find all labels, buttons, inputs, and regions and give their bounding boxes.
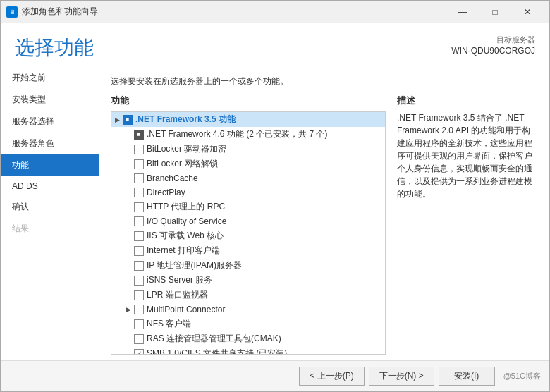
- feature-label: BitLocker 网络解锁: [147, 158, 382, 170]
- feature-item[interactable]: NFS 客户端: [111, 317, 385, 331]
- feature-label: IIS 可承载 Web 核心: [147, 230, 382, 242]
- next-button[interactable]: 下一步(N) >: [369, 367, 434, 386]
- features-list-container[interactable]: ▶■.NET Framework 3.5 功能■.NET Framework 4…: [111, 111, 386, 355]
- feature-label: MultiPoint Connector: [147, 305, 382, 314]
- page-header: 选择功能 目标服务器 WIN-QDU90CORGOJ: [1, 23, 549, 67]
- feature-label: I/O Quality of Service: [147, 216, 382, 226]
- description-text: .NET Framework 3.5 结合了 .NET Framework 2.…: [397, 111, 538, 200]
- footer: < 上一步(P) 下一步(N) > 安装(I) @51C博客: [1, 360, 549, 391]
- feature-checkbox[interactable]: ✓: [134, 349, 144, 355]
- expand-icon[interactable]: [123, 173, 134, 184]
- target-server-name: WIN-QDU90CORGOJ: [451, 45, 535, 57]
- features-column: 功能 ▶■.NET Framework 3.5 功能■.NET Framewor…: [111, 94, 386, 355]
- feature-label: iSNS Server 服务: [147, 274, 382, 286]
- two-column-layout: 功能 ▶■.NET Framework 3.5 功能■.NET Framewor…: [111, 94, 538, 355]
- feature-label: BranchCache: [147, 173, 382, 183]
- expand-icon[interactable]: ▶: [111, 114, 123, 125]
- expand-icon[interactable]: [123, 245, 134, 257]
- feature-checkbox[interactable]: [134, 261, 144, 271]
- sidebar-item-confirm[interactable]: 确认: [1, 196, 99, 218]
- feature-label: HTTP 代理上的 RPC: [147, 201, 382, 213]
- feature-label: Internet 打印客户端: [147, 245, 382, 257]
- feature-item[interactable]: RAS 连接管理器管理工具包(CMAK): [111, 331, 385, 346]
- feature-checkbox[interactable]: [134, 231, 144, 241]
- features-header: 功能: [111, 94, 386, 107]
- feature-checkbox[interactable]: [134, 276, 144, 286]
- install-button[interactable]: 安装(I): [439, 367, 495, 386]
- feature-label: IP 地址管理(IPAM)服务器: [147, 259, 382, 271]
- features-list: ▶■.NET Framework 3.5 功能■.NET Framework 4…: [111, 112, 385, 355]
- feature-checkbox[interactable]: [134, 290, 144, 300]
- feature-label: SMB 1.0/CIFS 文件共享支持 (已安装): [147, 348, 382, 355]
- expand-icon[interactable]: [123, 159, 134, 170]
- feature-label: DirectPlay: [147, 188, 382, 197]
- main-content: 选择功能 目标服务器 WIN-QDU90CORGOJ 开始之前 安装类型 服务器…: [1, 23, 549, 391]
- close-button[interactable]: ✕: [511, 1, 544, 23]
- sidebar-item-features[interactable]: 功能: [1, 154, 99, 176]
- expand-icon[interactable]: [123, 216, 134, 227]
- expand-icon[interactable]: [123, 319, 134, 330]
- target-server-info: 目标服务器 WIN-QDU90CORGOJ: [451, 35, 535, 57]
- minimize-button[interactable]: —: [446, 1, 479, 23]
- feature-label: LPR 端口监视器: [147, 289, 382, 301]
- content-area: 选择要安装在所选服务器上的一个或多个功能。 功能 ▶■.NET Framewor…: [99, 67, 549, 360]
- maximize-button[interactable]: □: [479, 1, 511, 23]
- title-bar: 🖥 添加角色和功能向导 — □ ✕: [1, 1, 549, 23]
- feature-label: NFS 客户端: [147, 318, 382, 330]
- feature-checkbox[interactable]: [134, 159, 144, 169]
- expand-icon[interactable]: [123, 260, 134, 271]
- feature-item[interactable]: DirectPlay: [111, 185, 385, 200]
- title-bar-controls: — □ ✕: [446, 1, 544, 23]
- target-server-label: 目标服务器: [451, 35, 535, 45]
- feature-checkbox[interactable]: [134, 202, 144, 212]
- expand-icon[interactable]: [123, 333, 134, 345]
- feature-item[interactable]: ▶MultiPoint Connector: [111, 302, 385, 317]
- expand-icon[interactable]: [123, 290, 134, 301]
- expand-icon[interactable]: [123, 348, 134, 355]
- expand-icon[interactable]: ▶: [123, 304, 134, 315]
- sidebar-item-server-roles[interactable]: 服务器角色: [1, 133, 99, 154]
- feature-item[interactable]: I/O Quality of Service: [111, 214, 385, 228]
- feature-checkbox[interactable]: ■: [123, 115, 133, 125]
- feature-checkbox[interactable]: [134, 216, 144, 226]
- expand-icon[interactable]: [123, 129, 134, 140]
- feature-label: .NET Framework 4.6 功能 (2 个已安装，共 7 个): [147, 128, 382, 140]
- feature-checkbox[interactable]: [134, 145, 144, 154]
- feature-item[interactable]: ■.NET Framework 4.6 功能 (2 个已安装，共 7 个): [111, 127, 385, 142]
- body-area: 开始之前 安装类型 服务器选择 服务器角色 功能 AD DS 确认 结果 选择要…: [1, 67, 549, 360]
- feature-checkbox[interactable]: [134, 173, 144, 183]
- feature-checkbox[interactable]: [134, 319, 144, 329]
- sidebar-item-adds[interactable]: AD DS: [1, 176, 99, 196]
- expand-icon[interactable]: [123, 144, 134, 155]
- feature-item[interactable]: LPR 端口监视器: [111, 288, 385, 302]
- feature-checkbox[interactable]: [134, 246, 144, 256]
- feature-checkbox[interactable]: [134, 334, 144, 344]
- expand-icon[interactable]: [123, 187, 134, 198]
- title-bar-icon: 🖥: [6, 6, 18, 18]
- feature-label: .NET Framework 3.5 功能: [135, 114, 382, 125]
- sidebar-item-server-select[interactable]: 服务器选择: [1, 111, 99, 133]
- feature-item[interactable]: HTTP 代理上的 RPC: [111, 200, 385, 214]
- feature-item[interactable]: ▶■.NET Framework 3.5 功能: [111, 112, 385, 127]
- expand-icon[interactable]: [123, 202, 134, 213]
- feature-item[interactable]: ✓SMB 1.0/CIFS 文件共享支持 (已安装): [111, 346, 385, 355]
- sidebar-item-results: 结果: [1, 218, 99, 240]
- feature-checkbox[interactable]: [134, 188, 144, 197]
- feature-item[interactable]: BitLocker 网络解锁: [111, 157, 385, 171]
- back-button[interactable]: < 上一步(P): [299, 367, 364, 386]
- feature-item[interactable]: Internet 打印客户端: [111, 243, 385, 258]
- feature-item[interactable]: IIS 可承载 Web 核心: [111, 228, 385, 243]
- sidebar-item-before-start[interactable]: 开始之前: [1, 67, 99, 89]
- feature-item[interactable]: BranchCache: [111, 171, 385, 185]
- sidebar: 开始之前 安装类型 服务器选择 服务器角色 功能 AD DS 确认 结果: [1, 67, 99, 360]
- feature-item[interactable]: iSNS Server 服务: [111, 273, 385, 288]
- watermark: @51C博客: [503, 371, 541, 381]
- feature-item[interactable]: BitLocker 驱动器加密: [111, 142, 385, 157]
- feature-label: BitLocker 驱动器加密: [147, 143, 382, 155]
- expand-icon[interactable]: [123, 275, 134, 286]
- sidebar-item-install-type[interactable]: 安装类型: [1, 89, 99, 111]
- expand-icon[interactable]: [123, 231, 134, 242]
- feature-item[interactable]: IP 地址管理(IPAM)服务器: [111, 258, 385, 273]
- feature-checkbox[interactable]: [134, 305, 144, 314]
- feature-checkbox[interactable]: ■: [134, 130, 144, 140]
